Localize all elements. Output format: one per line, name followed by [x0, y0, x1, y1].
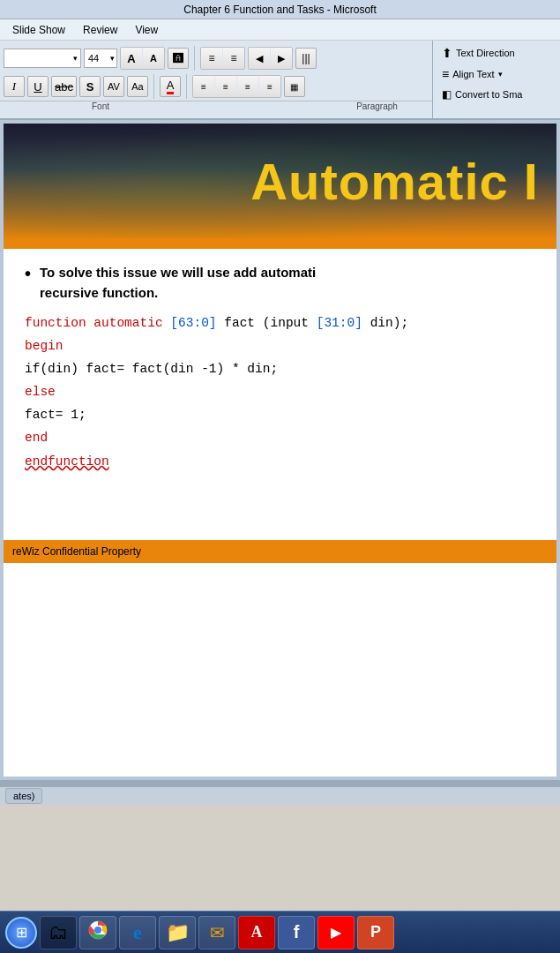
status-area: ates): [0, 787, 560, 805]
font-section-label: Font: [4, 101, 198, 115]
align-text-label: Align Text: [452, 69, 495, 79]
code-line-if: if(din) fact= fact(din -1) * din;: [25, 357, 535, 380]
code-if-keyword: if: [25, 362, 40, 376]
list-buttons: ≡ ≡: [200, 47, 245, 70]
menu-review[interactable]: Review: [76, 22, 124, 38]
text-direction-label: Text Direction: [456, 48, 515, 58]
mail-icon: ✉: [210, 922, 225, 943]
code-line-else: else: [25, 380, 535, 403]
title-bar: Chapter 6 Function and Tasks - Microsoft: [0, 0, 560, 19]
slide-header: Automatic I: [4, 124, 556, 238]
font-color-button[interactable]: A: [160, 76, 181, 97]
slide[interactable]: Automatic I • To solve this issue we wil…: [4, 124, 556, 777]
slide-title: Automatic I: [250, 152, 539, 211]
columns-button[interactable]: ▦: [284, 76, 305, 97]
menu-slideshow[interactable]: Slide Show: [5, 22, 72, 38]
align-center-button[interactable]: ≡: [215, 76, 236, 97]
code-end-keyword: end: [25, 431, 48, 445]
edge-icon: e: [133, 921, 142, 944]
file-manager-icon: 🗂: [49, 921, 68, 944]
facebook-taskbar-btn[interactable]: f: [278, 916, 315, 949]
code-fn-name: fact: [224, 316, 255, 330]
windows-taskbar: ⊞ 🗂 e 📁 ✉ A f ▶ P: [0, 911, 560, 953]
explorer-icon: 📁: [166, 921, 190, 944]
ribbon-sep3: [186, 74, 187, 99]
code-endfunction-keyword: endfunction: [25, 454, 109, 469]
code-line-endfunction: endfunction: [25, 450, 535, 473]
align-right-button[interactable]: ≡: [237, 76, 258, 97]
numbered-list-button[interactable]: ≡: [223, 48, 244, 69]
char-spacing-button[interactable]: AV: [103, 76, 124, 97]
ribbon: 44 A A 🅰 ≡ ≡ ◀ ▶ ||| I U abc: [0, 41, 560, 120]
code-else-keyword: else: [25, 385, 56, 399]
svg-point-2: [95, 927, 101, 933]
decrease-indent-button[interactable]: ◀: [249, 48, 270, 69]
code-begin-keyword: begin: [25, 339, 63, 353]
font-name-dropdown[interactable]: [4, 49, 81, 68]
italic-button[interactable]: I: [4, 76, 25, 97]
code-fn-params: (input: [263, 316, 317, 330]
bullets-button[interactable]: ≡: [201, 48, 222, 69]
file-manager-taskbar-btn[interactable]: 🗂: [40, 916, 77, 949]
edge-taskbar-btn[interactable]: e: [119, 916, 156, 949]
mail-taskbar-btn[interactable]: ✉: [198, 916, 235, 949]
acrobat-icon: A: [251, 923, 263, 942]
code-block: function automatic [63:0] fact (input [3…: [25, 311, 535, 473]
text-options-panel: ⬆ Text Direction ≡ Align Text ▾ ◧ Conver…: [432, 41, 560, 118]
facebook-icon: f: [294, 922, 300, 942]
indent-buttons: ◀ ▶: [248, 47, 293, 70]
chrome-icon: [87, 919, 108, 946]
slide-orange-bar: [4, 238, 556, 249]
title-bar-text: Chapter 6 Function and Tasks - Microsoft: [183, 4, 377, 16]
strikethrough-button[interactable]: abc: [51, 76, 77, 97]
convert-to-smart-button[interactable]: ◧ Convert to Sma: [438, 86, 555, 102]
text-columns-button[interactable]: |||: [295, 48, 317, 69]
youtube-icon: ▶: [331, 924, 341, 941]
ribbon-sep2: [153, 74, 154, 99]
code-function-keyword: function automatic: [25, 316, 163, 330]
convert-label: Convert to Sma: [455, 89, 522, 100]
code-fact-assign: fact= 1;: [25, 408, 86, 422]
increase-font-button[interactable]: A: [121, 48, 142, 69]
powerpoint-icon: P: [370, 923, 381, 942]
decrease-font-button[interactable]: A: [143, 48, 164, 69]
ribbon-sep1: [194, 46, 195, 71]
watermark-text: reWiz Confidential Property: [12, 545, 141, 558]
code-param-type: [31:0]: [317, 316, 362, 330]
align-text-button[interactable]: ≡ Align Text ▾: [438, 65, 555, 83]
justify-button[interactable]: ≡: [259, 76, 280, 97]
change-case-button[interactable]: Aa: [127, 76, 148, 97]
start-button[interactable]: ⊞: [5, 917, 37, 949]
code-line-begin: begin: [25, 334, 535, 357]
text-direction-button[interactable]: ⬆ Text Direction: [438, 44, 555, 62]
code-line-fact1: fact= 1;: [25, 403, 535, 426]
youtube-taskbar-btn[interactable]: ▶: [317, 916, 355, 949]
resize-area: [0, 780, 560, 787]
font-name-value: [8, 53, 11, 64]
code-return-type: [63:0]: [170, 316, 224, 330]
bullet-dot: •: [25, 263, 31, 303]
watermark-bar: reWiz Confidential Property: [4, 540, 556, 563]
slide-content: • To solve this issue we will use add au…: [4, 249, 556, 487]
clear-formatting-button[interactable]: 🅰: [168, 48, 189, 69]
code-if-body: (din) fact= fact(din -1) * din;: [40, 362, 278, 376]
align-left-button[interactable]: ≡: [193, 76, 214, 97]
increase-indent-button[interactable]: ▶: [271, 48, 292, 69]
shadow-button[interactable]: S: [79, 76, 101, 97]
underline-button[interactable]: U: [27, 76, 49, 97]
code-line-end: end: [25, 426, 535, 449]
bullet-item: • To solve this issue we will use add au…: [25, 263, 535, 303]
menu-view[interactable]: View: [128, 22, 165, 38]
slide-container: Automatic I • To solve this issue we wil…: [0, 120, 560, 780]
acrobat-taskbar-btn[interactable]: A: [238, 916, 275, 949]
menu-bar: Slide Show Review View: [0, 19, 560, 41]
chrome-taskbar-btn[interactable]: [79, 916, 116, 949]
code-param-name: din);: [370, 316, 409, 330]
alignment-buttons: ≡ ≡ ≡ ≡: [192, 75, 281, 98]
font-size-buttons: A A: [120, 47, 165, 70]
code-line-fn-decl: function automatic [63:0] fact (input [3…: [25, 311, 535, 334]
explorer-taskbar-btn[interactable]: 📁: [159, 916, 196, 949]
bullet-text: To solve this issue we will use add auto…: [40, 263, 316, 303]
powerpoint-taskbar-btn[interactable]: P: [357, 916, 394, 949]
font-size-dropdown[interactable]: 44: [84, 49, 117, 68]
